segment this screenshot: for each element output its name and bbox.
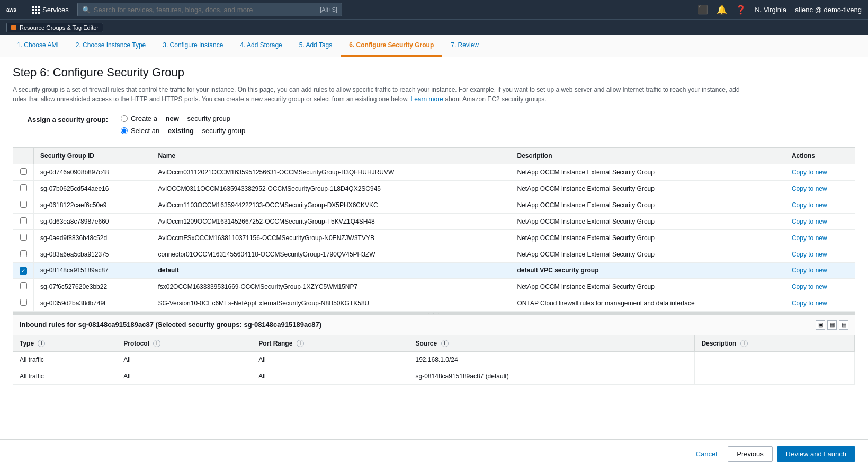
create-new-radio-input[interactable] — [121, 115, 128, 122]
copy-to-new-link[interactable]: Copy to new — [792, 267, 827, 274]
cell-sg-id: sg-083a6ea5cba912375 — [34, 246, 151, 263]
copy-to-new-link[interactable]: Copy to new — [792, 234, 827, 242]
view-icon-1[interactable]: ▣ — [816, 320, 825, 330]
row-checkbox[interactable] — [13, 230, 34, 246]
col-source: Source i — [409, 335, 695, 352]
port-info-icon[interactable]: i — [297, 340, 304, 347]
services-button[interactable]: Services — [32, 6, 69, 14]
row-checkbox[interactable] — [13, 181, 34, 197]
copy-to-new-link[interactable]: Copy to new — [792, 251, 827, 258]
table-row[interactable]: sg-083a6ea5cba912375connector01OCCM16314… — [13, 246, 855, 263]
page-description: A security group is a set of firewall ru… — [13, 85, 754, 104]
cell-port-range: All — [252, 352, 409, 368]
step-choose-ami[interactable]: 1. Choose AMI — [8, 35, 67, 57]
row-checkbox[interactable] — [13, 164, 34, 181]
cell-sg-name: AviOccmFSxOCCM1638110371156-OCCMSecurity… — [151, 230, 511, 246]
checkbox-checked — [20, 267, 27, 275]
copy-to-new-link[interactable]: Copy to new — [792, 283, 827, 290]
radio-new-bold: new — [166, 114, 179, 122]
cell-sg-description: NetApp OCCM Instance External Security G… — [511, 230, 785, 246]
checkbox-unchecked[interactable] — [20, 217, 27, 224]
cell-protocol: All — [117, 352, 252, 368]
search-input[interactable] — [94, 6, 320, 14]
resizer-dots: · · · — [428, 310, 441, 316]
inbound-rule-row: All trafficAllAllsg-08148ca915189ac87 (d… — [13, 368, 855, 385]
resource-groups-dot — [11, 25, 16, 30]
cell-port-range: All — [252, 368, 409, 385]
table-row[interactable]: sg-07f6c527620e3bb22fsx02OCCM16333395316… — [13, 278, 855, 295]
table-row[interactable]: sg-0d63ea8c78987e660AviOccm1209OCCM16314… — [13, 214, 855, 230]
cell-sg-action: Copy to new — [785, 295, 855, 311]
step-review[interactable]: 7. Review — [442, 35, 487, 57]
select-existing-radio[interactable]: Select an existing security group — [121, 127, 245, 135]
cell-sg-action: Copy to new — [785, 263, 855, 279]
step-configure-security-group[interactable]: 6. Configure Security Group — [341, 35, 442, 57]
learn-more-link[interactable]: Learn more — [411, 95, 443, 103]
view-icon-2[interactable]: ▦ — [827, 320, 837, 330]
table-row[interactable]: sg-0d746a0908b897c48AviOccm03112021OCCM1… — [13, 164, 855, 181]
checkbox-unchecked[interactable] — [20, 282, 27, 289]
row-checkbox[interactable] — [13, 197, 34, 214]
copy-to-new-link[interactable]: Copy to new — [792, 299, 827, 307]
wizard-steps: 1. Choose AMI 2. Choose Instance Type 3.… — [0, 35, 868, 57]
copy-to-new-link[interactable]: Copy to new — [792, 201, 827, 209]
checkbox-unchecked[interactable] — [20, 168, 27, 175]
row-checkbox[interactable] — [13, 246, 34, 263]
view-icon-3[interactable]: ▤ — [839, 320, 848, 330]
copy-to-new-link[interactable]: Copy to new — [792, 218, 827, 225]
checkbox-unchecked[interactable] — [20, 234, 27, 241]
assign-label: Assign a security group: — [23, 114, 108, 123]
create-new-radio[interactable]: Create a new security group — [121, 114, 245, 122]
select-existing-radio-input[interactable] — [121, 127, 128, 134]
resource-groups-button[interactable]: Resource Groups & Tag Editor — [6, 23, 103, 32]
table-row[interactable]: sg-08148ca915189ac87defaultdefault VPC s… — [13, 263, 855, 279]
step-choose-instance-type[interactable]: 2. Choose Instance Type — [67, 35, 155, 57]
copy-to-new-link[interactable]: Copy to new — [792, 169, 827, 176]
terminal-icon[interactable]: ⬛ — [697, 5, 708, 15]
row-checkbox[interactable] — [13, 214, 34, 230]
search-shortcut: [Alt+S] — [320, 6, 337, 13]
desc-info-icon[interactable]: i — [740, 340, 748, 347]
cell-sg-name: AviOccm1209OCCM1631452667252-OCCMSecurit… — [151, 214, 511, 230]
table-row[interactable]: sg-0aed9f8836b48c52dAviOccmFSxOCCM163811… — [13, 230, 855, 246]
type-info-icon[interactable]: i — [38, 340, 45, 347]
row-checkbox[interactable] — [13, 278, 34, 295]
region-selector[interactable]: N. Virginia — [755, 6, 786, 14]
cell-sg-id: sg-0618122caef6c50e9 — [34, 197, 151, 214]
cell-sg-id: sg-0d746a0908b897c48 — [34, 164, 151, 181]
col-description: Description — [511, 148, 785, 164]
inbound-title: Inbound rules for sg-08148ca915189ac87 (… — [20, 321, 321, 329]
user-account[interactable]: allenc @ demo-tlveng — [795, 6, 862, 14]
grid-icon — [32, 6, 39, 13]
checkbox-unchecked[interactable] — [20, 184, 27, 191]
checkbox-unchecked[interactable] — [20, 201, 27, 208]
security-groups-table: Security Group ID Name Description Actio… — [13, 147, 855, 312]
cell-sg-action: Copy to new — [785, 214, 855, 230]
table-row[interactable]: sg-07b0625cd544aee16AviOCCM0311OCCM16359… — [13, 181, 855, 197]
checkbox-unchecked[interactable] — [20, 299, 27, 306]
cell-sg-name: fsx02OCCM1633339531669-OCCMSecurityGroup… — [151, 278, 511, 295]
step4-label: 4. Add Storage — [240, 41, 282, 49]
radio-existing-prefix: Select an — [131, 127, 159, 135]
copy-to-new-link[interactable]: Copy to new — [792, 185, 827, 192]
step-add-tags[interactable]: 5. Add Tags — [291, 35, 341, 57]
protocol-info-icon[interactable]: i — [153, 340, 160, 347]
table-row[interactable]: sg-0f359d2ba38db749fSG-Version10-0CEc6ME… — [13, 295, 855, 311]
source-info-icon[interactable]: i — [441, 340, 449, 347]
nav-right: ⬛ 🔔 ❓ N. Virginia allenc @ demo-tlveng — [697, 5, 862, 15]
row-checkbox[interactable] — [13, 263, 34, 279]
checkbox-unchecked[interactable] — [20, 250, 27, 257]
step-add-storage[interactable]: 4. Add Storage — [231, 35, 290, 57]
radio-new-prefix: Create a — [131, 114, 157, 122]
assign-security-group: Assign a security group: Create a new se… — [23, 114, 855, 135]
step-configure-instance[interactable]: 3. Configure Instance — [154, 35, 231, 57]
aws-logo: aws — [6, 4, 23, 15]
row-checkbox[interactable] — [13, 295, 34, 311]
table-row[interactable]: sg-0618122caef6c50e9AviOccm1103OCCM16359… — [13, 197, 855, 214]
col-name: Name — [151, 148, 511, 164]
search-bar[interactable]: 🔍 [Alt+S] — [77, 3, 342, 16]
bell-icon[interactable]: 🔔 — [717, 5, 727, 15]
cell-sg-name: AviOccm03112021OCCM1635951256631-OCCMSec… — [151, 164, 511, 181]
help-icon[interactable]: ❓ — [736, 5, 746, 15]
cell-sg-id: sg-08148ca915189ac87 — [34, 263, 151, 279]
